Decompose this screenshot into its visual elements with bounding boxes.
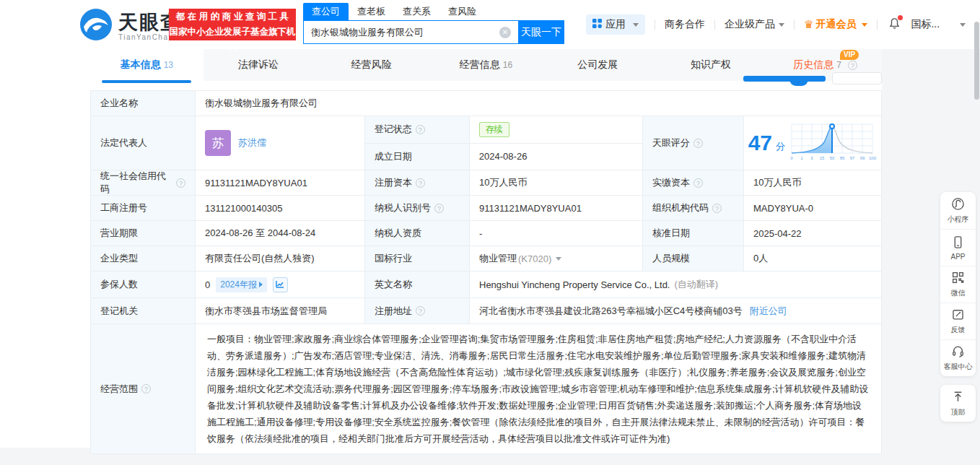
help-icon[interactable] (712, 204, 722, 213)
search-input[interactable] (303, 20, 518, 44)
membership-label: 开通会员 (815, 18, 856, 31)
help-icon[interactable] (848, 61, 857, 70)
establish-date-label: 成立日期 (365, 144, 470, 170)
reg-status-cell: 存续 (470, 116, 642, 143)
industry-value: 物业管理 (K7020) (470, 246, 643, 271)
staff-size-label: 人员规模 (643, 246, 744, 271)
trend-chart-button[interactable] (273, 277, 288, 292)
divider (714, 19, 715, 30)
paid-capital-label: 实缴资本 (643, 170, 744, 195)
label-text: 实缴资本 (652, 176, 690, 189)
sidebar-item-app[interactable]: APP (940, 229, 976, 266)
logo-swirl-icon (79, 8, 113, 44)
help-icon[interactable] (141, 384, 151, 394)
taxpayer-quality-label: 纳税人资质 (365, 221, 470, 245)
help-icon[interactable] (416, 125, 425, 134)
header-nav: 应用 商务合作 企业级产品 ♛ 开通会员 国标... (586, 14, 966, 35)
page-scrollbar[interactable] (974, 22, 979, 100)
divider (877, 19, 878, 30)
chevron-down-icon (862, 23, 867, 27)
tab-label: 法律诉讼 (238, 58, 279, 71)
search-tab-company[interactable]: 查公司 (303, 3, 349, 20)
table-row: 工商注册号 131121000140305 纳税人识别号 91131121MAD… (91, 196, 881, 221)
svg-text:100: 100 (869, 156, 877, 160)
auto-translate-note: (自动翻译) (674, 278, 718, 291)
tab-company-development[interactable]: 公司发展 (543, 49, 656, 81)
business-scope-text: 一般项目：物业管理;家政服务;商业综合体管理服务;企业管理咨询;集贸市场管理服务… (196, 324, 881, 453)
top-header: 天眼查 TianYanCha.com 都 在 用 的 商 业 查 询 工 具 国… (0, 0, 980, 49)
paid-capital-value: 10万人民币 (744, 170, 881, 195)
tab-label: 基本信息 (121, 58, 161, 71)
crown-icon: ♛ (804, 18, 813, 31)
table-row: 企业名称 衡水银城物业服务有限公司 (91, 91, 881, 116)
business-term-value: 2024-08-26 至 2044-08-24 (196, 221, 365, 245)
apps-label: 应用 (605, 18, 626, 31)
sidebar-item-label: 客服中心 (944, 362, 973, 372)
label-text: 登记状态 (375, 123, 412, 136)
taxpayer-id-label: 纳税人识别号 (365, 196, 470, 220)
tab-count: 16 (503, 60, 512, 70)
floating-sidebar: 小程序 APP 微信 (940, 192, 976, 422)
industry-label: 国标行业 (365, 246, 470, 271)
search-tabs: 查公司 查老板 查关系 查风险 (303, 3, 564, 20)
qr-code-icon (951, 271, 965, 286)
label-text: 统一社会信用代码 (100, 170, 172, 196)
partial-button-white[interactable] (832, 72, 882, 84)
chevron-down-icon[interactable] (556, 257, 561, 261)
sidebar-item-wechat[interactable]: 微信 (940, 266, 976, 303)
company-type-label: 企业类型 (91, 246, 196, 271)
credit-code-label: 统一社会信用代码 (91, 170, 196, 195)
slogan-line2: 国家中小企业发展子基金旗下机构 (169, 25, 296, 55)
help-icon[interactable] (434, 204, 444, 213)
legal-rep-link[interactable]: 苏洪儒 (238, 136, 266, 149)
reg-address-label: 注册地址 (365, 298, 470, 323)
avatar[interactable]: 苏 (205, 130, 231, 156)
company-name-label: 企业名称 (91, 91, 196, 116)
help-icon[interactable] (694, 139, 703, 148)
partial-button-blue[interactable] (743, 76, 826, 82)
score-cell[interactable]: 47 分 (744, 116, 881, 170)
annual-report-badge[interactable]: 2024年报 (216, 277, 267, 292)
notification-dot (898, 15, 903, 20)
search-tab-risk[interactable]: 查风险 (439, 3, 485, 20)
sidebar-item-customer-service[interactable]: 客服中心 (940, 339, 976, 376)
sidebar-item-label: 反馈 (951, 325, 966, 335)
user-account-menu[interactable]: 国标... (911, 18, 966, 31)
notifications-bell-icon[interactable] (888, 17, 901, 32)
help-icon[interactable] (416, 306, 425, 316)
help-icon[interactable] (176, 178, 185, 188)
chevron-down-icon (779, 23, 784, 27)
search-tab-boss[interactable]: 查老板 (349, 3, 394, 20)
reg-address-cell: 河北省衡水市枣强县建设北路263号幸福城小区C4号楼商铺03号 附近公司 (470, 298, 881, 323)
svg-text:15: 15 (820, 156, 825, 160)
sidebar-item-miniprogram[interactable]: 小程序 (940, 192, 976, 229)
nearby-companies-link[interactable]: 附近公司 (750, 305, 787, 318)
annual-report-label: 2024年报 (220, 279, 257, 291)
feedback-icon (951, 308, 965, 323)
clear-search-icon[interactable] (499, 27, 511, 38)
industry-code: (K7020) (518, 253, 551, 264)
search-button[interactable]: 天眼一下 (518, 20, 564, 44)
reg-status-label: 登记状态 (365, 116, 470, 143)
apps-menu[interactable]: 应用 (586, 14, 645, 35)
help-icon[interactable] (694, 178, 703, 188)
tab-label: 经营风险 (351, 58, 392, 71)
nav-enterprise[interactable]: 企业级产品 (725, 18, 784, 31)
tab-operational-risk[interactable]: 经营风险 (316, 49, 429, 81)
search-tab-relation[interactable]: 查关系 (394, 3, 439, 20)
back-to-top-button[interactable]: 顶部 (940, 385, 976, 422)
industry-name: 物业管理 (479, 252, 517, 265)
open-membership-button[interactable]: ♛ 开通会员 (804, 18, 867, 31)
tab-count: 13 (164, 60, 173, 70)
tab-label: 历史信息 (793, 58, 834, 71)
tab-business-info[interactable]: 经营信息 16 (429, 49, 543, 81)
help-icon[interactable] (416, 178, 425, 188)
reg-capital-value: 10万人民币 (470, 170, 643, 195)
nav-cooperation[interactable]: 商务合作 (665, 18, 705, 31)
sidebar-item-feedback[interactable]: 反馈 (940, 303, 976, 339)
apps-grid-icon (592, 19, 602, 30)
label-text: 经营范围 (100, 383, 138, 396)
legal-rep-label: 法定代表人 (91, 116, 196, 170)
slogan-line1: 都 在 用 的 商 业 查 询 工 具 (169, 9, 296, 25)
svg-text:0: 0 (790, 156, 793, 160)
